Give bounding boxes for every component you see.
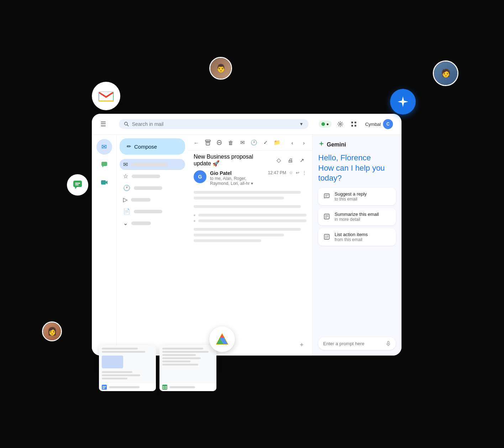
task-icon[interactable]: ✓: [262, 138, 270, 148]
compose-button[interactable]: ✏ Compose: [120, 138, 185, 155]
nav-label-more: [131, 222, 151, 225]
account-chip[interactable]: Cymbal C: [362, 118, 396, 130]
mic-icon[interactable]: [386, 341, 391, 346]
gemini-greeting: Hello, Florence How can I help you today…: [318, 153, 396, 183]
sender-name: Gio Patel: [210, 170, 264, 176]
svg-rect-53: [165, 388, 167, 389]
email-list: ← 🗑 ✉: [188, 135, 313, 356]
top-bar-right: ● Cymbal: [319, 118, 396, 130]
suggestion-actions[interactable]: List action items from this email: [318, 228, 396, 246]
doc-footer-2: [159, 383, 216, 391]
doc-card-2[interactable]: [159, 345, 216, 391]
svg-rect-11: [355, 125, 356, 127]
nav-item-starred[interactable]: ☆: [120, 171, 185, 182]
nav-item-sent[interactable]: ▷: [120, 194, 185, 205]
star-icon: ☆: [123, 173, 128, 180]
gemini-title: Gemini: [327, 142, 346, 148]
gmail-logo: [92, 82, 120, 110]
search-input[interactable]: [132, 121, 296, 127]
prompt-input-container[interactable]: [318, 337, 396, 350]
add-label-icon[interactable]: ◇: [274, 155, 283, 165]
move-icon[interactable]: 📁: [273, 138, 282, 148]
status-indicator: ●: [319, 121, 332, 128]
back-icon[interactable]: ←: [192, 138, 200, 148]
nav-panel: ✏ Compose ✉ ☆ 🕐 ▷: [117, 135, 188, 356]
nav-item-drafts[interactable]: 📄: [120, 206, 185, 217]
gemini-email-icon[interactable]: ✦: [296, 340, 306, 350]
suggestion-summarize-icon: [322, 212, 331, 221]
svg-rect-1: [73, 181, 82, 187]
reply-icon[interactable]: ↩: [296, 170, 299, 175]
svg-point-7: [339, 123, 341, 125]
open-new-icon[interactable]: ↗: [298, 155, 306, 165]
email-time: 12:47 PM ☆ ↩ ⋮: [268, 170, 306, 175]
sent-icon: ▷: [123, 196, 127, 203]
suggestion-reply[interactable]: Suggest a reply to this email: [318, 188, 396, 205]
chat-icon[interactable]: [67, 174, 88, 196]
doc-card-1[interactable]: [99, 345, 156, 391]
prev-email-icon[interactable]: ‹: [288, 138, 296, 148]
sidebar-icon-chat[interactable]: [96, 157, 112, 172]
avatar-top-right: 🧑: [433, 60, 458, 86]
gemini-panel: Gemini Hello, Florence How can I help yo…: [313, 135, 401, 356]
email-toolbar: ← 🗑 ✉: [188, 135, 312, 151]
delete-icon[interactable]: 🗑: [227, 138, 235, 148]
nav-item-snoozed[interactable]: 🕐: [120, 182, 185, 193]
nav-item-inbox[interactable]: ✉: [120, 159, 185, 170]
avatar-top-center: 👨: [209, 57, 232, 80]
email-subject: New Business proposal update 🚀 ◇ 🖨 ↗: [188, 151, 312, 168]
more-icon: ⌄: [123, 220, 128, 226]
sidebar-icon-mail[interactable]: ✉: [96, 139, 112, 155]
archive-icon[interactable]: [204, 138, 212, 148]
gemini-star-icon: [318, 140, 325, 149]
doc-body-2: [159, 345, 216, 383]
hamburger-menu[interactable]: ☰: [98, 117, 109, 131]
more-email-icon[interactable]: ⋮: [302, 170, 306, 175]
main-window: ☰ ▼ ●: [92, 114, 401, 356]
svg-marker-15: [106, 181, 107, 184]
prompt-input[interactable]: [323, 341, 383, 346]
svg-rect-52: [163, 388, 165, 389]
suggestion-reply-icon: [322, 192, 331, 201]
next-email-icon[interactable]: ›: [300, 138, 308, 148]
status-text: ●: [326, 122, 329, 127]
print-icon[interactable]: 🖨: [286, 155, 295, 165]
doc-footer-1: [99, 383, 156, 391]
email-meta: Gio Patel to me, Alan, Roger, Raymond, L…: [210, 170, 264, 186]
suggestion-actions-subtitle: from this email: [335, 237, 392, 242]
settings-icon[interactable]: [335, 119, 345, 129]
email-to[interactable]: to me, Alan, Roger, Raymond, Lori, all-h…: [210, 176, 264, 186]
sender-initials: G: [198, 174, 202, 180]
spam-icon[interactable]: [215, 138, 224, 148]
nav-label-drafts: [134, 210, 162, 213]
star-email-icon[interactable]: ☆: [289, 170, 293, 175]
avatar-bottom-left: 👩: [42, 321, 62, 341]
svg-rect-12: [101, 162, 107, 166]
suggestion-summarize-subtitle: in more detail: [335, 217, 392, 222]
nav-label-inbox: [131, 163, 167, 166]
body-line-1: [194, 191, 301, 194]
nav-item-more[interactable]: ⌄: [120, 218, 185, 229]
bullet-2: [194, 219, 306, 222]
suggestion-reply-subtitle: to this email: [335, 197, 392, 202]
grid-icon[interactable]: [349, 119, 359, 129]
compose-label: Compose: [134, 144, 157, 150]
svg-marker-2: [75, 187, 77, 189]
svg-rect-45: [103, 387, 105, 388]
search-dropdown-icon[interactable]: ▼: [299, 122, 304, 127]
nav-label-starred: [132, 175, 160, 178]
mark-unread-icon[interactable]: ✉: [238, 138, 247, 148]
snooze-icon[interactable]: 🕐: [250, 138, 258, 148]
sidebar-icon-meet[interactable]: [96, 175, 112, 190]
gemini-spacer: [318, 250, 396, 333]
gemini-suggestions: Suggest a reply to this email: [318, 188, 396, 246]
greeting-name: Florence: [340, 153, 371, 162]
suggestion-summarize[interactable]: Summarize this email in more detail: [318, 208, 396, 225]
search-bar[interactable]: ▼: [119, 119, 309, 129]
body-line-5: [194, 234, 284, 236]
drive-badge: [209, 326, 235, 352]
body-line-3: [194, 205, 301, 208]
svg-marker-13: [102, 166, 104, 167]
draft-icon: 📄: [123, 208, 130, 215]
subject-text: New Business proposal update 🚀: [194, 154, 271, 167]
